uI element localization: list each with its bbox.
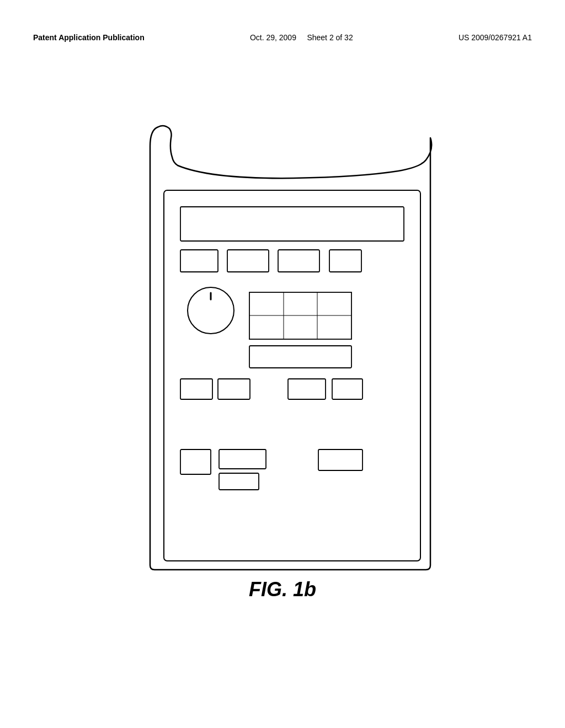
device-outline bbox=[128, 119, 437, 571]
svg-rect-15 bbox=[288, 379, 326, 399]
date-label: Oct. 29, 2009 bbox=[250, 33, 296, 42]
device-shape-svg bbox=[128, 119, 437, 571]
patent-number-label: US 2009/0267921 A1 bbox=[459, 33, 532, 42]
svg-rect-14 bbox=[218, 379, 250, 399]
svg-rect-20 bbox=[318, 449, 363, 470]
svg-rect-12 bbox=[249, 346, 351, 368]
publication-label: Patent Application Publication bbox=[33, 33, 145, 42]
figure-label: FIG. 1b bbox=[249, 578, 316, 601]
page-header: Patent Application Publication Oct. 29, … bbox=[33, 33, 532, 42]
svg-rect-17 bbox=[180, 449, 211, 474]
svg-rect-3 bbox=[227, 250, 269, 272]
date-sheet-label: Oct. 29, 2009 Sheet 2 of 32 bbox=[250, 33, 353, 42]
svg-rect-18 bbox=[219, 449, 266, 469]
svg-rect-13 bbox=[180, 379, 212, 399]
svg-rect-19 bbox=[219, 473, 259, 490]
figure-container: FIG. 1b bbox=[55, 72, 510, 618]
svg-rect-0 bbox=[164, 190, 420, 561]
svg-rect-2 bbox=[180, 250, 218, 272]
svg-rect-1 bbox=[180, 207, 404, 241]
svg-rect-5 bbox=[329, 250, 361, 272]
svg-rect-16 bbox=[332, 379, 363, 399]
sheet-label: Sheet 2 of 32 bbox=[307, 33, 353, 42]
svg-rect-4 bbox=[278, 250, 319, 272]
